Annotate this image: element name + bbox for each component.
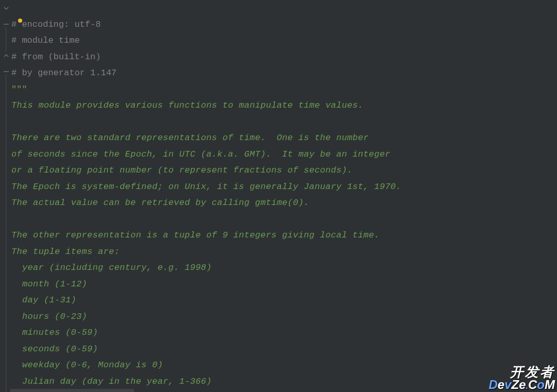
gutter <box>0 0 10 392</box>
code-line: day (1-31) <box>11 292 557 309</box>
horizontal-scrollbar[interactable] <box>10 389 134 392</box>
fold-handle-icon[interactable] <box>2 20 10 28</box>
code-line: month (1-12) <box>11 276 557 293</box>
code-line: # by generator 1.147 <box>11 65 557 81</box>
code-line <box>11 114 557 130</box>
code-line: year (including century, e.g. 1998) <box>11 260 557 276</box>
code-line: # module time <box>11 32 557 49</box>
modified-indicator-icon <box>18 19 22 23</box>
code-line <box>11 211 557 228</box>
fold-handle-icon[interactable] <box>2 67 10 76</box>
code-line: seconds (0-59) <box>11 341 557 357</box>
code-editor[interactable]: # encoding: utf-8# module time# from (bu… <box>0 0 557 392</box>
code-line: The actual value can be retrieved by cal… <box>11 195 557 211</box>
code-line: # encoding: utf-8 <box>11 16 557 33</box>
code-line: The Epoch is system-defined; on Unix, it… <box>11 179 557 195</box>
code-line: Julian day (day in the year, 1-366) <box>11 373 557 390</box>
fold-line <box>6 74 6 392</box>
fold-handle-icon[interactable] <box>2 4 10 12</box>
fold-line <box>6 27 6 52</box>
code-line: weekday (0-6, Monday is 0) <box>11 357 557 373</box>
code-line: minutes (0-59) <box>11 325 557 341</box>
code-line: The other representation is a tuple of 9… <box>11 227 557 244</box>
code-line: The tuple items are: <box>11 244 557 260</box>
code-line: There are two standard representations o… <box>11 130 557 146</box>
code-line: hours (0-23) <box>11 309 557 325</box>
code-text-area[interactable]: # encoding: utf-8# module time# from (bu… <box>10 0 557 392</box>
code-line: of seconds since the Epoch, in UTC (a.k.… <box>11 146 557 163</box>
fold-handle-icon[interactable] <box>2 52 10 60</box>
code-line: or a floating point number (to represent… <box>11 162 557 179</box>
code-line: """ <box>11 81 557 98</box>
code-line: This module provides various functions t… <box>11 97 557 114</box>
code-line: # from (built-in) <box>11 49 557 65</box>
